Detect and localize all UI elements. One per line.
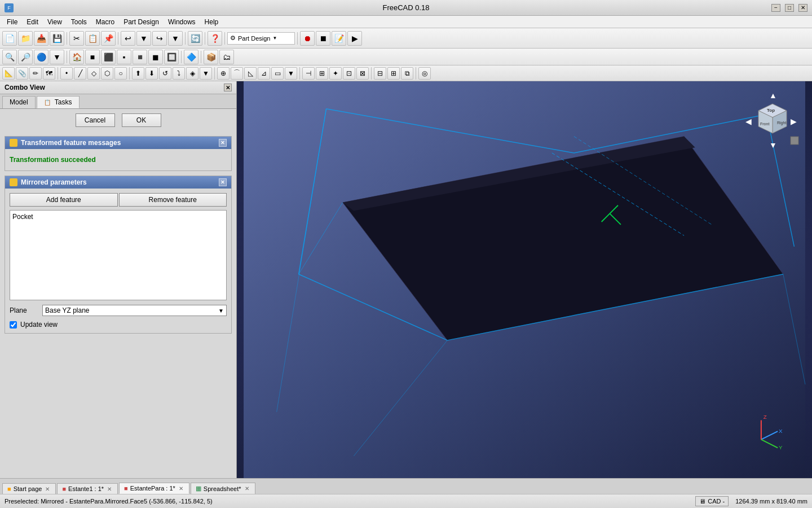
right-view-btn[interactable]: ▪: [117, 50, 131, 64]
import-button[interactable]: 📥: [34, 31, 48, 46]
part-btn[interactable]: 🗂: [219, 50, 234, 64]
ok-button[interactable]: OK: [122, 113, 161, 127]
fillet-btn[interactable]: ⌒: [231, 67, 243, 80]
copy-button[interactable]: 📋: [85, 31, 100, 46]
estante1-close[interactable]: ✕: [106, 485, 113, 492]
estantepara-close[interactable]: ✕: [178, 485, 184, 492]
body-btn[interactable]: 📦: [204, 50, 218, 64]
viewport[interactable]: X Y Z ▲ ▼ ◀ ▶: [237, 81, 812, 478]
edit-macro-btn[interactable]: 📝: [332, 31, 346, 46]
tab-tasks[interactable]: 📋 Tasks: [37, 96, 80, 108]
btab-estante1[interactable]: ■ Estante1 : 1* ✕: [57, 483, 118, 494]
stereo-btn[interactable]: 🔷: [184, 50, 198, 64]
draw-style-btn[interactable]: 🔵: [34, 50, 48, 64]
left-view-btn[interactable]: 🔲: [164, 50, 179, 64]
boolean-btn[interactable]: ⊕: [217, 67, 230, 80]
attach-btn[interactable]: 📎: [16, 67, 28, 80]
menu-tools[interactable]: Tools: [67, 17, 91, 27]
plane-select[interactable]: Base YZ plane ▼: [42, 305, 227, 316]
update-view-checkbox[interactable]: [10, 321, 17, 329]
front-view-btn[interactable]: ■: [85, 50, 100, 64]
section-btn[interactable]: ⊟: [374, 67, 386, 80]
home-view-btn[interactable]: 🏠: [69, 50, 84, 64]
cancel-button[interactable]: Cancel: [76, 113, 115, 127]
shape-btn[interactable]: ⬡: [101, 67, 113, 80]
remove-feature-button[interactable]: Remove feature: [119, 193, 227, 207]
mirrored-btn[interactable]: ⊣: [302, 67, 315, 80]
open-button[interactable]: 📁: [18, 31, 33, 46]
cut-button[interactable]: ✂: [69, 31, 84, 46]
cad-icon: 🖥: [699, 498, 705, 505]
mirrored-collapse-btn[interactable]: ✕: [219, 178, 227, 186]
menu-windows[interactable]: Windows: [164, 17, 200, 27]
zoom-in-btn[interactable]: 🔎: [18, 50, 33, 64]
stop-btn[interactable]: ⏹: [316, 31, 330, 46]
btab-spreadsheet[interactable]: ▦ Spreadsheet* ✕: [191, 483, 255, 494]
polar-btn[interactable]: ✦: [329, 67, 342, 80]
map-sketch-btn[interactable]: 🗺: [43, 67, 55, 80]
tab-model[interactable]: Model: [2, 96, 36, 108]
bottom-view-btn[interactable]: ◼: [148, 50, 163, 64]
navigation-cube[interactable]: ▲ ▼ ◀ ▶ Top Right Front: [744, 93, 801, 149]
transformed-collapse-btn[interactable]: ✕: [219, 139, 227, 147]
undo-button[interactable]: ↩: [121, 31, 135, 46]
menu-help[interactable]: Help: [200, 17, 223, 27]
workbench-dropdown[interactable]: ⚙ Part Design ▼: [227, 32, 295, 45]
clone-btn[interactable]: ⧉: [401, 67, 413, 80]
scaled-btn[interactable]: ⊡: [343, 67, 355, 80]
point-btn[interactable]: •: [60, 67, 73, 80]
start-page-close[interactable]: ✕: [44, 485, 51, 492]
start-page-label: Start page: [14, 485, 42, 492]
redo-button[interactable]: ↪: [152, 31, 167, 46]
refresh-button[interactable]: 🔄: [188, 31, 202, 46]
zoom-fit-btn[interactable]: 🔍: [2, 50, 17, 64]
close-button[interactable]: ✕: [798, 4, 807, 12]
loft-dropdown[interactable]: ▼: [200, 67, 212, 80]
pad-btn[interactable]: ⬆: [132, 67, 144, 80]
groove-btn[interactable]: ⤵: [173, 67, 185, 80]
cad-status: 🖥 CAD -: [695, 496, 729, 506]
record-btn[interactable]: ⏺: [300, 31, 315, 46]
sketch-btn[interactable]: 📐: [2, 67, 15, 80]
tabs-bar: Model 📋 Tasks: [0, 94, 236, 109]
thick-dropdown[interactable]: ▼: [285, 67, 297, 80]
undo-dropdown[interactable]: ▼: [136, 31, 151, 46]
draw-style-dropdown[interactable]: ▼: [50, 50, 64, 64]
minimize-button[interactable]: −: [771, 4, 780, 12]
linear-btn[interactable]: ⊞: [316, 67, 328, 80]
run-macro-btn[interactable]: ▶: [347, 31, 362, 46]
menu-part-design[interactable]: Part Design: [119, 17, 164, 27]
revolution-btn[interactable]: ↺: [159, 67, 171, 80]
top-view-btn[interactable]: ⬛: [101, 50, 116, 64]
menu-macro[interactable]: Macro: [91, 17, 119, 27]
redo-dropdown[interactable]: ▼: [168, 31, 183, 46]
pocket-btn[interactable]: ⬇: [145, 67, 158, 80]
help-button[interactable]: ❓: [208, 31, 222, 46]
draft-btn[interactable]: ⊿: [258, 67, 270, 80]
circle-btn[interactable]: ○: [114, 67, 127, 80]
menu-file[interactable]: File: [2, 17, 22, 27]
line-btn[interactable]: ╱: [74, 67, 86, 80]
thickness-btn[interactable]: ▭: [271, 67, 284, 80]
menu-view[interactable]: View: [43, 17, 67, 27]
loft-btn[interactable]: ◈: [186, 67, 198, 80]
save-button[interactable]: 💾: [50, 31, 64, 46]
diamond-btn[interactable]: ◇: [87, 67, 100, 80]
add-feature-button[interactable]: Add feature: [10, 193, 118, 207]
feature-list[interactable]: Pocket: [10, 210, 227, 300]
spreadsheet-close[interactable]: ✕: [244, 485, 250, 492]
btab-start-page[interactable]: ■ Start page ✕: [2, 483, 56, 494]
tab-model-label: Model: [10, 98, 28, 106]
paste-button[interactable]: 📌: [101, 31, 116, 46]
misc-btn[interactable]: ◎: [418, 67, 431, 80]
new-button[interactable]: 📄: [2, 31, 17, 46]
maximize-button[interactable]: □: [785, 4, 794, 12]
combo-view-close[interactable]: ✕: [224, 84, 232, 91]
rear-view-btn[interactable]: ◾: [133, 50, 147, 64]
edit-sketch-btn[interactable]: ✏: [29, 67, 42, 80]
inv-section-btn[interactable]: ⊞: [387, 67, 400, 80]
menu-edit[interactable]: Edit: [22, 17, 43, 27]
chamfer-btn[interactable]: ◺: [244, 67, 257, 80]
btab-estantepara[interactable]: ■ EstantePara : 1* ✕: [119, 483, 189, 494]
multitrans-btn[interactable]: ⊠: [356, 67, 369, 80]
